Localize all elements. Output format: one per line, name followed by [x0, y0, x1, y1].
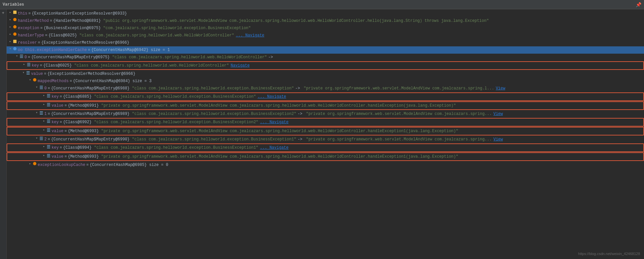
add-button[interactable]: + [2, 11, 5, 16]
row-map0-key[interactable]: key = {Class@6025} "class com.jealcazars… [7, 61, 644, 70]
expand-arrow-exception[interactable] [8, 25, 13, 29]
var-name-mapped2-key: key [52, 144, 59, 151]
var-index-0: 0 [24, 54, 27, 61]
expand-arrow-mapped2-key[interactable] [42, 144, 46, 149]
var-name-mapped0-key: key [52, 93, 59, 100]
row-mapped2-key[interactable]: key = {Class@6994} "class com.jealcazars… [7, 143, 644, 152]
expand-arrow-mapped0-key[interactable] [42, 93, 46, 98]
var-name-eLookup: exceptionLookupCache [38, 162, 85, 168]
navigate-mapped0-key[interactable]: ... Navigate [258, 93, 286, 100]
var-name-mapped1-value: value [52, 128, 63, 134]
row-this[interactable]: this = {ExceptionHandlerExceptionResolve… [7, 10, 644, 17]
lines-icon-mapped0-key [47, 94, 50, 97]
var-name-eHC: oo this.exceptionHandlerCache [18, 47, 87, 53]
orange-icon-eLookup [33, 162, 36, 165]
view-mapped2[interactable]: View [493, 136, 503, 143]
lines-icon-mapped1 [40, 111, 43, 115]
var-name-map0-key: key [32, 62, 39, 69]
orange-icon-mappedMethods [33, 78, 36, 81]
var-name-exception: exception [18, 25, 39, 31]
row-map-entry-0[interactable]: 0 = {ConcurrentHashMap$MapEntry@6975} "c… [7, 54, 644, 61]
navigate-map0-key[interactable]: Navigate [231, 62, 250, 69]
expand-arrow-eHC[interactable] [8, 47, 13, 51]
row-mapped-entry-1[interactable]: 1 = {ConcurrentHashMap$MapEntry@6989} "c… [7, 110, 644, 118]
panel-header: Variables 📌 [0, 0, 644, 9]
watermark: https://blog.csdn.net/weixin_42468128 [578, 252, 640, 256]
row-mapped0-key[interactable]: key = {Class@6885} "class com.jealcazars… [7, 92, 644, 101]
variables-panel: Variables 📌 + this = {ExceptionHandlerEx… [0, 0, 644, 259]
navigate-handlerType[interactable]: ... Navigate [236, 32, 264, 39]
orange-icon-handlerMethod [13, 18, 17, 21]
blue-icon-eHC [13, 47, 17, 50]
row-exceptionLookupCache[interactable]: exceptionLookupCache = {ConcurrentHashMa… [7, 161, 644, 169]
lines-icon-map0 [20, 55, 23, 58]
expand-arrow-mapped1-value[interactable] [42, 128, 46, 132]
expand-arrow-mapped1[interactable] [34, 111, 39, 115]
field-icon-this [13, 11, 17, 14]
field-icon-resolver [13, 40, 17, 43]
expand-arrow-map0-value[interactable] [21, 71, 26, 75]
row-mapped-entry-0[interactable]: 0 = {ConcurrentHashMap$MapEntry@6988} "c… [7, 85, 644, 92]
lines-icon-mapped2 [40, 137, 43, 140]
lines-icon-mapped2-key [47, 145, 50, 148]
navigate-mapped2-key[interactable]: ... Navigate [260, 144, 288, 151]
expand-arrow-map0-key[interactable] [22, 62, 26, 67]
lines-icon-mapped2-value [47, 154, 50, 157]
row-mapped1-key[interactable]: key = {Class@6992} "class com.jealcazars… [7, 118, 644, 127]
expand-arrow-this[interactable] [8, 10, 13, 15]
var-name-handlerType: handlerType [18, 32, 44, 39]
expand-arrow-mapped0-value[interactable] [42, 102, 46, 107]
var-name-this: this [18, 10, 27, 17]
orange-icon-handlerType [13, 32, 17, 36]
variables-list: this = {ExceptionHandlerExceptionResolve… [7, 9, 644, 169]
view-mapped0[interactable]: View [496, 85, 505, 92]
expand-arrow-handlerMethod[interactable] [8, 18, 13, 22]
view-mapped1[interactable]: View [493, 111, 503, 117]
row-mapped1-value[interactable]: value = {Method@6993} "private org.sprin… [7, 127, 644, 135]
lines-icon-mapped0-value [47, 103, 50, 106]
row-mapped-entry-2[interactable]: 2 = {ConcurrentHashMap$MapEntry@6990} "c… [7, 136, 644, 143]
var-index-mapped1: 1 [44, 111, 47, 117]
lines-icon-mapped1-value [47, 129, 50, 132]
lines-icon-mapped0 [40, 86, 43, 89]
var-index-mapped2: 2 [44, 136, 47, 143]
expand-arrow-eLookup[interactable] [28, 162, 32, 166]
row-mappedMethods[interactable]: mappedMethods = {ConcurrentHashMap@6984}… [7, 78, 644, 85]
var-name-map0-value: value [31, 71, 43, 77]
row-mapped2-value[interactable]: value = {Method@6993} "private org.sprin… [7, 152, 644, 161]
expand-arrow-mapped2[interactable] [34, 136, 39, 141]
row-exception[interactable]: exception = {BusinessException@6975} "co… [7, 25, 644, 32]
var-name-mappedMethods: mappedMethods [38, 78, 69, 84]
panel-title: Variables [3, 2, 24, 7]
expand-arrow-mapped2-value[interactable] [42, 153, 46, 158]
lines-icon-mapped1-key [47, 120, 50, 123]
expand-arrow-mappedMethods[interactable] [28, 78, 32, 82]
row-handlerMethod[interactable]: handlerMethod = {HandlerMethod@6891} "pu… [7, 17, 644, 25]
left-toolbar: + [0, 9, 7, 259]
lines-icon-map0-key [27, 63, 30, 66]
var-name-resolver: resolver [18, 39, 37, 46]
row-map0-value[interactable]: value = {ExceptionHandlerMethodResolver@… [7, 70, 644, 78]
orange-icon-exception [13, 25, 17, 28]
pin-icon[interactable]: 📌 [636, 2, 641, 8]
navigate-mapped1-key[interactable]: ... Navigate [260, 119, 288, 126]
lines-icon-map0-value [26, 71, 30, 75]
var-index-mapped0: 0 [44, 85, 47, 92]
expand-arrow-mapped1-key[interactable] [42, 119, 46, 124]
var-name-handlerMethod: handlerMethod [18, 18, 49, 24]
expand-arrow-resolver[interactable] [8, 39, 13, 44]
var-name-mapped1-key: key [52, 119, 59, 126]
row-exceptionHandlerCache[interactable]: oo this.exceptionHandlerCache = {Concurr… [7, 46, 644, 54]
variables-content: this = {ExceptionHandlerExceptionResolve… [7, 9, 644, 169]
expand-arrow-handlerType[interactable] [8, 32, 13, 37]
row-handlerType[interactable]: handlerType = {Class@6025} "class com.je… [7, 32, 644, 39]
row-resolver[interactable]: resolver = {ExceptionHandlerMethodResolv… [7, 39, 644, 46]
row-mapped0-value[interactable]: value = {Method@6991} "private org.sprin… [7, 101, 644, 110]
var-name-mapped2-value: value [52, 153, 63, 160]
var-name-mapped0-value: value [52, 102, 63, 109]
expand-arrow-map0[interactable] [15, 54, 19, 59]
expand-arrow-mapped0[interactable] [34, 85, 39, 90]
